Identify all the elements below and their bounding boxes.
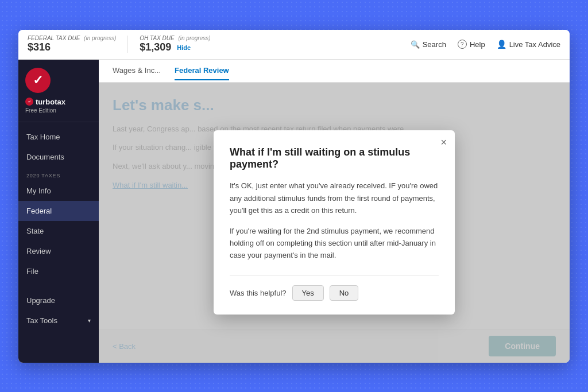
live-tax-label: Live Tax Advice: [509, 40, 560, 49]
modal-para-1: It's OK, just enter what you've already …: [230, 180, 439, 216]
modal-close-button[interactable]: ×: [440, 137, 447, 148]
person-icon: 👤: [497, 40, 506, 49]
sidebar-item-my-info[interactable]: My Info: [18, 181, 99, 201]
yes-button[interactable]: Yes: [292, 285, 324, 301]
federal-tax-amount: $316: [28, 41, 51, 53]
sidebar-item-tax-home[interactable]: Tax Home: [18, 127, 99, 147]
logo-badge: ✓: [25, 68, 51, 93]
sidebar-item-federal[interactable]: Federal: [18, 201, 99, 221]
sidebar-item-file[interactable]: File: [18, 261, 99, 281]
help-icon: ?: [458, 40, 467, 49]
federal-tax-label: FEDERAL TAX DUE: [28, 35, 80, 41]
modal-title: What if I'm still waiting on a stimulus …: [230, 146, 439, 170]
main-layout: ✓ turbotax Free Edition Tax Home: [18, 60, 570, 363]
close-icon: ×: [440, 137, 447, 148]
hide-link[interactable]: Hide: [177, 44, 191, 51]
help-button[interactable]: ? Help: [458, 40, 485, 49]
sidebar-item-upgrade[interactable]: Upgrade: [18, 290, 99, 311]
search-button[interactable]: 🔍 Search: [411, 40, 446, 49]
oh-tax-label: OH TAX DUE: [140, 35, 174, 41]
divider: [127, 36, 128, 53]
help-label: Help: [470, 40, 485, 49]
sidebar: ✓ turbotax Free Edition Tax Home: [18, 60, 99, 363]
logo-subtitle: Free Edition: [25, 107, 92, 114]
modal-body: It's OK, just enter what you've already …: [230, 180, 439, 262]
sidebar-item-review[interactable]: Review: [18, 241, 99, 261]
top-bar: FEDERAL TAX DUE (in progress) $316 OH TA…: [18, 30, 570, 60]
sub-nav-wages[interactable]: Wages & Inc...: [113, 61, 161, 80]
tt-icon: [25, 98, 33, 106]
app-window: FEDERAL TAX DUE (in progress) $316 OH TA…: [18, 30, 570, 363]
federal-tax-status: (in progress): [84, 35, 116, 41]
chevron-down-icon: ▾: [88, 317, 91, 324]
turbotax-logo-text: turbotax: [36, 98, 65, 106]
svg-point-0: [28, 100, 32, 104]
top-bar-right: 🔍 Search ? Help 👤 Live Tax Advice: [411, 40, 560, 49]
modal-overlay: × What if I'm still waiting on a stimulu…: [99, 83, 570, 363]
no-label: No: [339, 289, 349, 297]
checkmark-icon: ✓: [33, 73, 43, 88]
federal-tax-due: FEDERAL TAX DUE (in progress) $316: [28, 35, 116, 53]
oh-tax-status: (in progress): [178, 35, 210, 41]
sidebar-section-label: 2020 TAXES: [18, 167, 99, 181]
oh-tax-due: OH TAX DUE (in progress) $1,309 Hide: [140, 35, 210, 53]
sidebar-item-state[interactable]: State: [18, 221, 99, 241]
oh-tax-amount: $1,309: [140, 41, 171, 53]
modal-footer: Was this helpful? Yes No: [230, 275, 439, 301]
no-button[interactable]: No: [330, 285, 359, 301]
sidebar-item-tax-tools[interactable]: Tax Tools ▾: [18, 311, 99, 331]
helpful-label: Was this helpful?: [230, 289, 287, 297]
modal-para-2: If you're waiting for the 2nd stimulus p…: [230, 225, 439, 262]
search-label: Search: [423, 40, 446, 49]
modal: × What if I'm still waiting on a stimulu…: [214, 130, 455, 315]
sub-nav: Wages & Inc... Federal Review: [99, 60, 570, 83]
top-bar-left: FEDERAL TAX DUE (in progress) $316 OH TA…: [28, 35, 397, 53]
search-icon: 🔍: [411, 40, 420, 49]
yes-label: Yes: [302, 289, 314, 297]
sidebar-item-documents[interactable]: Documents: [18, 147, 99, 167]
sidebar-logo: ✓ turbotax Free Edition: [18, 60, 99, 122]
sidebar-nav: Tax Home Documents 2020 TAXES My Info Fe…: [18, 122, 99, 335]
sub-nav-federal-review[interactable]: Federal Review: [175, 61, 229, 80]
live-tax-advice-button[interactable]: 👤 Live Tax Advice: [497, 40, 560, 49]
logo-text: turbotax: [25, 98, 92, 106]
